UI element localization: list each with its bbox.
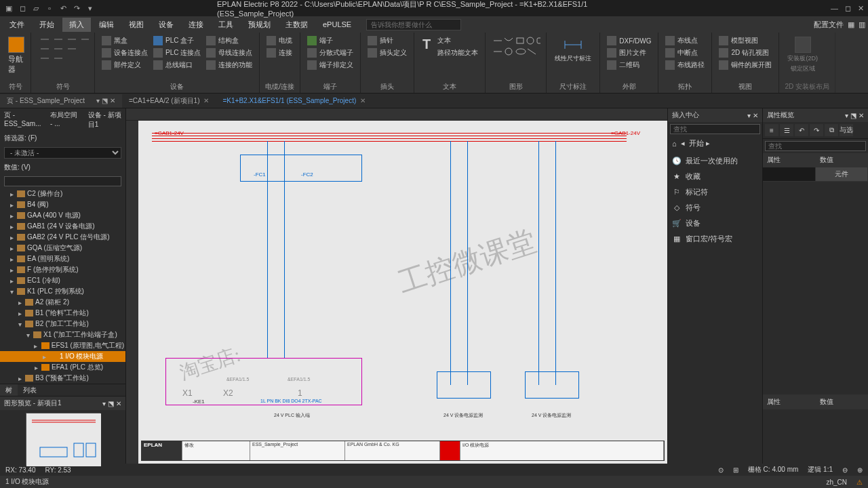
pin-button[interactable]: 插针: [366, 35, 408, 46]
close-icon[interactable]: ✕: [203, 97, 209, 104]
snap-icon[interactable]: ⊙: [718, 466, 724, 474]
tree-item[interactable]: ▸EA (照明系统): [0, 253, 125, 264]
qr-button[interactable]: 二维码: [606, 60, 652, 70]
prop-toolbar-button[interactable]: ☰: [780, 124, 793, 136]
warning-icon[interactable]: ⚠: [856, 479, 863, 486]
tree-item[interactable]: ▸GAB1 (24 V 设备电源): [0, 221, 125, 232]
menu-epulse[interactable]: ePULSE: [316, 18, 358, 30]
tree-item[interactable]: ▸F (急停控制系统): [0, 264, 125, 275]
tree-item[interactable]: ▸B4 (阀): [0, 199, 125, 210]
maximize-icon[interactable]: ◻: [845, 4, 851, 13]
text-button[interactable]: T: [420, 35, 433, 54]
filter-select[interactable]: - 未激活 -: [4, 147, 121, 159]
tree-item[interactable]: ▾X1 ("加工"工作站端子盒): [0, 329, 125, 340]
zoom-out-icon[interactable]: ⊖: [842, 466, 848, 474]
tree-item[interactable]: ▸GAA (400 V 电源): [0, 210, 125, 221]
struct-box-button[interactable]: 结构盒: [205, 35, 254, 46]
dxf-button[interactable]: DXF/DWG: [606, 35, 652, 46]
terminal-strip-button[interactable]: 端子排定义: [306, 60, 355, 70]
tree-item[interactable]: ▸B1 ("给料"工作站): [0, 308, 125, 319]
back-icon[interactable]: ◂: [681, 139, 685, 148]
model-view-button[interactable]: 模型视图: [717, 35, 773, 46]
menu-connect[interactable]: 连接: [182, 18, 210, 32]
close-icon[interactable]: ✕: [360, 97, 366, 104]
insert-item[interactable]: ◇符号: [671, 200, 760, 216]
insert-item[interactable]: ⚐标记符: [671, 184, 760, 200]
menu-start[interactable]: 开始: [33, 18, 61, 32]
navigator-tree[interactable]: ▸C2 (操作台)▸B4 (阀)▸GAA (400 V 电源)▸GAB1 (24…: [0, 188, 125, 384]
tree-item[interactable]: ▸EFA1 (PLC 总览): [0, 362, 125, 373]
prop-toolbar-button[interactable]: ≡: [765, 124, 778, 136]
prop-toolbar-button[interactable]: 与选: [840, 124, 853, 136]
tree-item[interactable]: ▾K1 (PLC 控制系统): [0, 286, 125, 297]
preview-thumbnail[interactable]: [26, 413, 100, 466]
blackbox-button[interactable]: 黑盒: [100, 35, 149, 46]
tree-item[interactable]: ▸GQA (压缩空气源): [0, 243, 125, 253]
panel-tab-layout[interactable]: 布局空间 - ...: [46, 108, 84, 131]
panel-icon[interactable]: ▥: [859, 20, 865, 29]
insert-item[interactable]: ★收藏: [671, 169, 760, 184]
tree-item[interactable]: ▸1 I/O 模块电源: [0, 351, 125, 362]
terminal-button[interactable]: 端子: [306, 35, 355, 46]
dist-terminal-button[interactable]: 分散式端子: [306, 47, 355, 58]
device-conn-button[interactable]: 设备连接点: [100, 47, 149, 58]
prop-toolbar-button[interactable]: ↷: [810, 124, 823, 136]
close-icon[interactable]: ✕: [858, 4, 864, 13]
tree-item[interactable]: ▸GAB2 (24 V PLC 信号电源): [0, 232, 125, 243]
path-text-item[interactable]: 路径功能文本: [436, 47, 479, 58]
part-def-button[interactable]: 部件定义: [100, 60, 149, 70]
tree-tab[interactable]: 树: [0, 384, 18, 396]
tree-item[interactable]: ▾B2 ("加工"工作站): [0, 319, 125, 329]
route-path-button[interactable]: 布线路径: [664, 60, 706, 70]
tree-item[interactable]: ▸EC1 (冷却): [0, 275, 125, 286]
shapes-grid-icon[interactable]: [491, 35, 540, 69]
cable-button[interactable]: 电缆: [265, 35, 294, 46]
insert-item[interactable]: 🛒设备: [671, 216, 760, 231]
plc-conn-button[interactable]: PLC 连接点: [152, 47, 202, 58]
conn-func-button[interactable]: 连接的功能: [205, 60, 254, 70]
menu-tools[interactable]: 工具: [212, 18, 240, 32]
insert-item[interactable]: ▦窗口宏/符号宏: [671, 231, 760, 247]
home-icon[interactable]: ⌂: [672, 140, 677, 148]
insert-item[interactable]: 🕓最近一次使用的: [671, 153, 760, 169]
save-icon[interactable]: ▫: [45, 3, 54, 13]
tell-me-search[interactable]: [366, 19, 461, 30]
dimension-button[interactable]: 线性尺寸标注: [552, 35, 594, 64]
open-icon[interactable]: ▱: [31, 3, 41, 13]
list-tab[interactable]: 列表: [18, 384, 42, 396]
undo-icon[interactable]: ↶: [58, 3, 68, 13]
config-label[interactable]: 配置文件: [814, 20, 844, 30]
tree-item[interactable]: ▸A2 (箱柜 2): [0, 297, 125, 308]
notif-icon[interactable]: ▦: [848, 20, 854, 29]
drill-view-button[interactable]: 2D 钻孔视图: [717, 47, 773, 58]
menu-preplan[interactable]: 预规划: [241, 18, 277, 32]
breadcrumb[interactable]: 开始 ▸: [689, 138, 710, 148]
plug-def-button[interactable]: 插头定义: [366, 47, 408, 58]
menu-insert[interactable]: 插入: [62, 18, 91, 32]
busbar-button[interactable]: 母线连接点: [205, 47, 254, 58]
interrupt-button[interactable]: 中断点: [664, 47, 706, 58]
insert-search[interactable]: [670, 124, 760, 134]
image-button[interactable]: 图片文件: [606, 47, 652, 58]
navigator-button[interactable]: 导航器: [5, 35, 27, 76]
text-item[interactable]: 文本: [436, 35, 479, 46]
new-icon[interactable]: ◻: [18, 3, 27, 13]
doctab-1[interactable]: =CA1+EAA/2 (新项目1)✕: [122, 94, 216, 108]
copper-view-button[interactable]: 铜件的展开图: [717, 60, 773, 70]
prop-toolbar-button[interactable]: ⧉: [825, 124, 838, 136]
menu-file[interactable]: 文件: [3, 18, 31, 32]
menu-edit[interactable]: 编辑: [92, 18, 121, 32]
menu-master[interactable]: 主数据: [279, 18, 315, 32]
bus-port-button[interactable]: 总线端口: [152, 60, 202, 70]
value-input[interactable]: [4, 176, 121, 186]
zoom-in-icon[interactable]: ⊕: [857, 466, 863, 474]
connect-button[interactable]: 连接: [265, 47, 294, 58]
tree-item[interactable]: ▸C2 (操作台): [0, 188, 125, 199]
menu-view[interactable]: 视图: [122, 18, 151, 32]
more-icon[interactable]: ▾: [85, 3, 95, 13]
drawing-canvas[interactable]: 淘宝店: 工控微课堂 =GAB1-24V =GAB1-24V -FC1 -FC2: [126, 108, 667, 464]
route-pt-button[interactable]: 布线点: [664, 35, 706, 46]
prop-search[interactable]: [765, 141, 866, 151]
panel-tab-pages[interactable]: 页 - ESS_Sam...: [0, 108, 46, 131]
panel-tab-devices[interactable]: 设备 - 新项目1: [84, 108, 125, 131]
